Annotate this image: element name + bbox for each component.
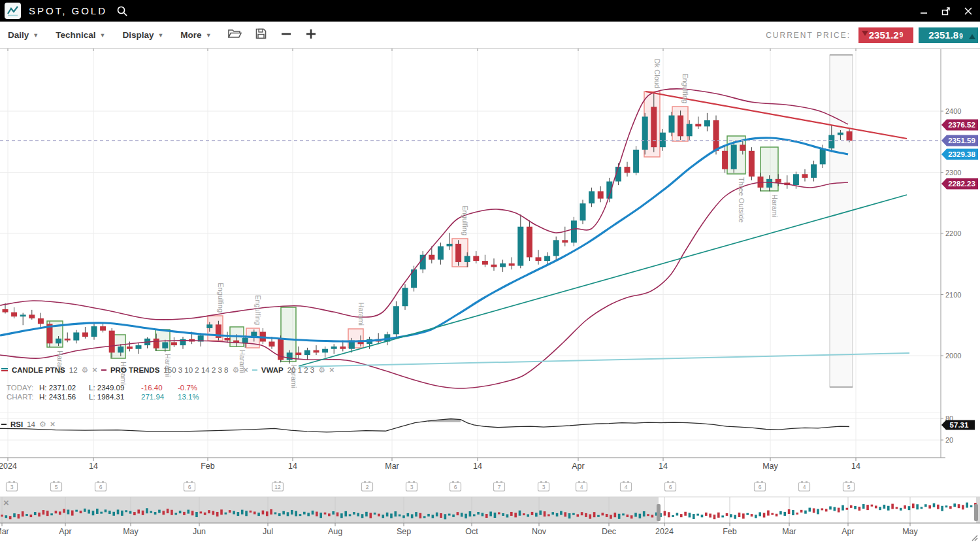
calendar-badge[interactable]: 7 xyxy=(494,481,505,491)
calendar-badge[interactable]: 3 xyxy=(538,481,549,491)
mini-candle xyxy=(916,504,919,509)
mini-candle xyxy=(489,512,492,517)
menu-technical[interactable]: Technical▼ xyxy=(56,30,105,40)
legend-rsi-params: 14 xyxy=(27,420,35,428)
close-icon[interactable]: × xyxy=(243,365,248,375)
calendar-badge[interactable]: 6 xyxy=(450,481,461,491)
mini-candle xyxy=(647,514,649,516)
menu-daily[interactable]: Daily▼ xyxy=(8,30,39,40)
mini-candle xyxy=(92,511,95,515)
mini-candle xyxy=(411,515,414,518)
calendar-badge[interactable]: 3 xyxy=(7,481,18,491)
calendar-badge[interactable]: 2 xyxy=(362,481,373,491)
mini-candle xyxy=(229,510,231,513)
candle-body xyxy=(802,174,808,178)
candle-body xyxy=(109,331,115,353)
close-icon[interactable]: × xyxy=(329,365,335,375)
save-icon[interactable] xyxy=(255,27,267,42)
calendar-badge[interactable]: 6 xyxy=(755,481,766,491)
mini-candle xyxy=(436,513,438,517)
calendar-ring xyxy=(279,481,281,483)
close-icon[interactable]: × xyxy=(50,419,56,429)
mini-candle xyxy=(792,510,794,515)
mini-candle xyxy=(651,515,654,517)
mini-candle xyxy=(34,512,37,515)
mini-candle xyxy=(589,515,591,519)
calendar-badge[interactable]: 6 xyxy=(665,481,676,491)
mini-candle xyxy=(250,511,252,513)
candle-ptns-swatch-icon xyxy=(1,367,8,372)
navigator-month-label: May xyxy=(123,527,139,536)
mini-candle xyxy=(825,509,828,511)
calendar-badge[interactable]: 5 xyxy=(843,481,855,491)
mini-candle xyxy=(547,515,550,517)
candle-body xyxy=(776,179,781,183)
candle-body xyxy=(242,338,248,343)
mini-candle xyxy=(726,513,728,516)
mini-candle xyxy=(146,508,148,513)
open-folder-icon[interactable] xyxy=(227,27,242,42)
zoom-out-icon[interactable] xyxy=(280,28,292,42)
today-high: H: 2371.02 xyxy=(39,384,89,392)
mini-candle xyxy=(523,513,525,515)
mini-candle xyxy=(208,510,210,513)
mini-candle xyxy=(427,514,430,517)
mini-candle xyxy=(891,504,894,509)
gear-icon[interactable]: ⚙ xyxy=(39,420,46,429)
main-chart[interactable]: HaramiHaramiHaramiEngulfingHaramiEngulfi… xyxy=(0,48,980,542)
legend-pro-trends-label: PRO TRENDS xyxy=(110,366,159,374)
navigator-right-handle[interactable] xyxy=(974,504,978,521)
candle-body xyxy=(29,314,35,318)
navigator-left-handle[interactable] xyxy=(657,504,661,521)
calendar-ring xyxy=(757,481,759,483)
gear-icon[interactable]: ⚙ xyxy=(232,365,239,375)
calendar-badge[interactable]: 4 xyxy=(621,481,632,491)
candle-body xyxy=(82,332,88,337)
search-icon[interactable] xyxy=(116,5,128,17)
calendar-badge[interactable]: 6 xyxy=(95,481,106,491)
calendar-badge-count: 6 xyxy=(759,484,762,490)
calendar-badge[interactable]: 12 xyxy=(272,481,284,491)
calendar-ring xyxy=(627,481,629,483)
mini-candle xyxy=(800,510,803,513)
mini-candle xyxy=(1,515,3,517)
gear-icon[interactable]: ⚙ xyxy=(82,365,89,375)
close-icon[interactable]: × xyxy=(92,365,97,375)
mini-candle xyxy=(730,514,732,517)
mini-candle xyxy=(419,513,422,518)
menu-display[interactable]: Display▼ xyxy=(122,30,163,40)
zoom-in-icon[interactable] xyxy=(305,28,317,42)
mini-candle xyxy=(299,514,302,516)
calendar-badge[interactable]: 3 xyxy=(406,481,417,491)
resize-handle-icon[interactable] xyxy=(972,535,977,541)
candle-body xyxy=(660,133,666,147)
close-icon[interactable]: × xyxy=(3,498,9,507)
mini-candle xyxy=(307,513,310,516)
mini-candle xyxy=(551,512,554,515)
candle-body xyxy=(295,352,301,355)
candle-body xyxy=(695,124,701,127)
candle-body xyxy=(322,349,328,353)
calendar-badge[interactable]: 6 xyxy=(184,481,195,491)
mini-candle xyxy=(154,512,157,515)
gear-icon[interactable]: ⚙ xyxy=(318,365,325,375)
x-axis-label: 14 xyxy=(851,462,860,471)
calendar-badge[interactable]: 5 xyxy=(51,481,62,491)
ask-price-value: 2351.8 xyxy=(928,29,958,41)
mini-candle xyxy=(788,509,791,514)
minimize-icon[interactable] xyxy=(917,5,930,18)
indicator-legend-row: CANDLE PTNS 12 ⚙ × PRO TRENDS 150 3 10 2… xyxy=(1,365,335,375)
mini-candle xyxy=(721,515,724,517)
close-icon[interactable] xyxy=(962,5,975,18)
menu-more[interactable]: More▼ xyxy=(180,30,211,40)
calendar-badge[interactable]: 4 xyxy=(799,481,810,491)
mini-candle xyxy=(597,515,600,517)
calendar-badge[interactable]: 4 xyxy=(576,481,587,491)
calendar-badge-count: 3 xyxy=(542,484,546,490)
mini-candle xyxy=(233,511,235,515)
calendar-ring xyxy=(413,481,415,483)
restore-icon[interactable] xyxy=(939,5,953,18)
resize-handle-icon[interactable] xyxy=(975,538,977,541)
mini-candle xyxy=(18,514,20,518)
candle-body xyxy=(438,246,444,260)
